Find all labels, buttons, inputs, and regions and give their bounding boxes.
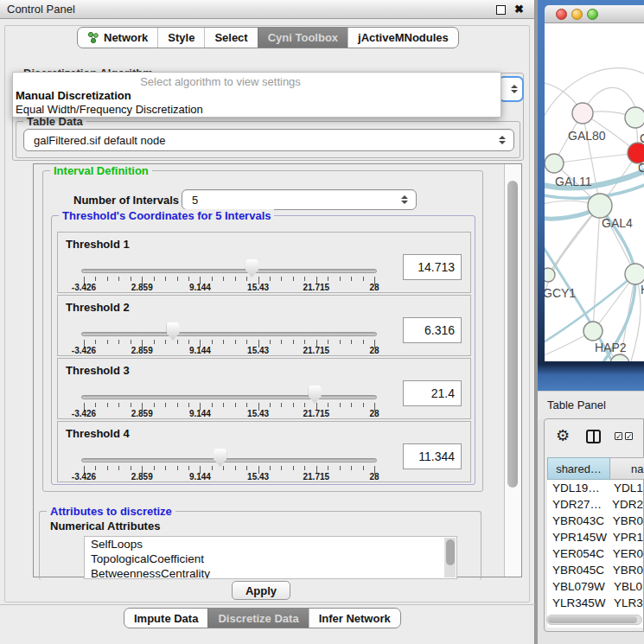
threshold-slider-thumb[interactable] (309, 386, 322, 404)
network-edge[interactable] (593, 206, 600, 331)
table-row[interactable]: YBR045CYBR0 (547, 562, 643, 578)
table-row[interactable]: YLR345WYLR3 (547, 595, 643, 611)
tick-label: 9.144 (189, 409, 211, 418)
list-scrollbar[interactable] (444, 538, 456, 577)
network-node-label: H (641, 283, 644, 296)
threshold-value-field[interactable]: 21.4 (403, 380, 462, 406)
dropdown-option-manual-discretization[interactable]: Manual Discretization (13, 89, 501, 103)
cell-shared-name[interactable]: YLR345W (547, 595, 610, 611)
table-row[interactable]: YER054CYER0 (547, 545, 643, 562)
close-icon[interactable]: ✖ (514, 3, 524, 16)
network-window-titlebar[interactable] (545, 5, 644, 23)
split-columns-icon[interactable] (586, 430, 601, 443)
tick-mark (212, 466, 213, 470)
tab-discretize-data[interactable]: Discretize Data (207, 609, 308, 628)
network-canvas[interactable]: GAL80GCGAL11GAL4GCY1HHAP2 (545, 23, 644, 361)
network-edge[interactable] (554, 153, 638, 163)
cell-name[interactable]: YBL0 (610, 578, 642, 595)
tab-infer-network[interactable]: Infer Network (309, 609, 400, 628)
cell-name[interactable]: YER0 (609, 545, 643, 562)
threshold-slider-thumb[interactable] (167, 322, 180, 341)
threshold-slider-track[interactable] (81, 395, 377, 399)
close-traffic-light-icon[interactable] (556, 9, 567, 20)
horizontal-scrollbar[interactable] (546, 615, 642, 625)
cell-name[interactable]: YBR0 (609, 513, 643, 529)
cell-shared-name[interactable]: YBR043C (547, 513, 609, 529)
tick-mark (235, 403, 236, 407)
threshold-value-field[interactable]: 11.344 (403, 443, 462, 469)
table-row[interactable]: YBL079WYBL0 (547, 578, 643, 595)
tab-network[interactable]: Network (78, 28, 157, 48)
cell-name[interactable]: YDR2 (609, 496, 643, 513)
tab-impute-data[interactable]: Impute Data (124, 609, 207, 628)
tick-mark (107, 466, 108, 470)
tab-cyni-toolbox[interactable]: Cyni Toolbox (258, 28, 348, 48)
threshold-slider-thumb[interactable] (214, 449, 226, 467)
vertical-scrollbar[interactable] (504, 164, 521, 577)
attributes-group: Attributes to discretize Numerical Attri… (39, 511, 481, 580)
tick-mark (351, 466, 352, 470)
tick-mark (340, 277, 341, 281)
cell-shared-name[interactable]: YER054C (547, 545, 609, 562)
network-node[interactable] (610, 354, 629, 361)
network-node-hap2[interactable] (583, 322, 603, 341)
list-scrollbar-thumb[interactable] (446, 539, 455, 565)
tick-mark (270, 277, 271, 281)
threshold-value-field[interactable]: 14.713 (403, 254, 462, 280)
threshold-slider-track[interactable] (81, 332, 377, 336)
vertical-scrollbar-thumb[interactable] (507, 181, 518, 488)
threshold-slider-track[interactable] (81, 458, 377, 462)
network-node-gcy1[interactable] (545, 268, 555, 282)
algorithm-combobox[interactable] (498, 76, 524, 102)
cell-name[interactable]: YDL1 (610, 480, 643, 496)
dropdown-option-equal-width-frequency[interactable]: Equal Width/Frequency Discretization (13, 103, 501, 117)
column-header-name[interactable]: na (610, 457, 644, 480)
network-node-gal80[interactable] (572, 103, 593, 124)
threshold-box: Threshold 2 -3.4262.8599.14415.4321.7152… (57, 295, 471, 356)
network-node-h[interactable] (625, 264, 644, 284)
table-row[interactable]: YDR27…YDR2 (547, 496, 643, 513)
table-data-combobox[interactable]: galFiltered.sif default node (23, 129, 514, 151)
cell-name[interactable]: YLR3 (610, 595, 643, 611)
network-node-gal4[interactable] (588, 194, 612, 218)
column-header-shared-name[interactable]: shared… (547, 457, 610, 480)
cell-shared-name[interactable]: YBL079W (547, 578, 610, 595)
table-row[interactable]: YPR145WYPR1 (547, 529, 643, 545)
checkbox-icon[interactable]: ✓ (625, 432, 633, 440)
tick-mark (328, 403, 328, 407)
tick-mark (188, 466, 189, 470)
horizontal-scrollbar-thumb[interactable] (548, 616, 637, 623)
network-node-g[interactable] (625, 107, 644, 128)
table-row[interactable]: YDL19…YDL1 (547, 480, 643, 496)
tab-style[interactable]: Style (157, 28, 204, 48)
tab-select[interactable]: Select (204, 28, 257, 48)
gear-icon[interactable]: ⚙ (556, 426, 570, 445)
number-of-intervals-combobox[interactable]: 5 (182, 189, 417, 210)
minimize-traffic-light-icon[interactable] (571, 9, 583, 20)
tick-mark (281, 466, 282, 470)
network-node-gal11[interactable] (545, 154, 564, 173)
checkbox-icon[interactable]: ✓ (615, 432, 622, 440)
cell-shared-name[interactable]: YPR145W (547, 529, 609, 545)
attribute-item[interactable]: BetweennessCentrality (85, 566, 456, 579)
tick-mark (293, 403, 294, 407)
cell-shared-name[interactable]: YBR045C (547, 562, 609, 578)
cell-name[interactable]: YBR0 (609, 562, 643, 578)
float-window-icon[interactable] (496, 5, 506, 15)
attribute-item[interactable]: SelfLoops (85, 537, 456, 552)
table-row[interactable]: YBR043CYBR0 (547, 513, 643, 529)
tab-jactivemnodules[interactable]: jActiveMNodules (348, 28, 458, 48)
tick-mark (118, 277, 119, 281)
cell-shared-name[interactable]: YDR27… (547, 496, 609, 513)
attribute-item[interactable]: TopologicalCoefficient (85, 552, 456, 566)
tick-label: 15.43 (247, 472, 269, 481)
numerical-attributes-list[interactable]: SelfLoopsTopologicalCoefficientBetweenne… (84, 536, 457, 579)
threshold-slider-thumb[interactable] (245, 259, 258, 277)
cell-name[interactable]: YPR1 (609, 529, 643, 545)
control-panel: Control Panel ✖ NetworkStyleSelectCyni T… (0, 0, 535, 644)
threshold-value-field[interactable]: 6.316 (403, 317, 462, 343)
cell-shared-name[interactable]: YDL19… (547, 480, 610, 496)
threshold-slider-track[interactable] (81, 269, 377, 273)
zoom-traffic-light-icon[interactable] (587, 9, 598, 20)
apply-button[interactable]: Apply (232, 581, 290, 600)
